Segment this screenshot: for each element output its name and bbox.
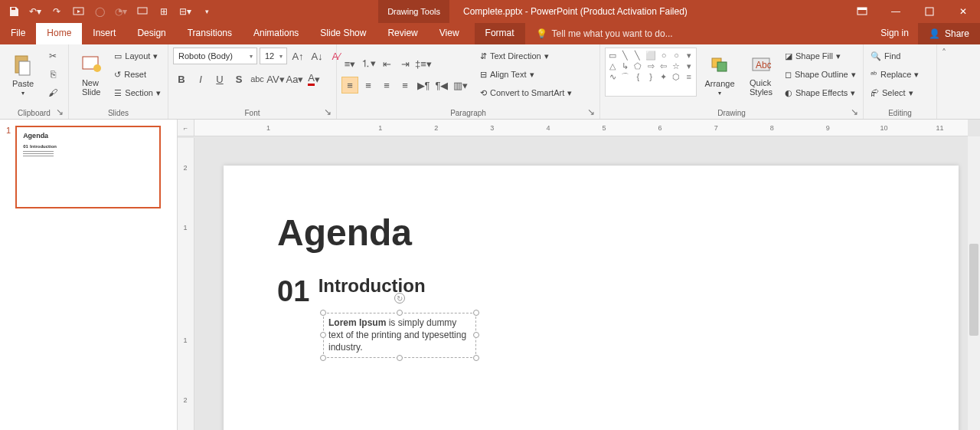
tab-design[interactable]: Design <box>126 23 176 44</box>
resize-handle[interactable] <box>473 332 479 338</box>
scrollbar-thumb[interactable] <box>969 244 978 336</box>
slide-thumbnail-preview[interactable]: Agenda 01 Introduction <box>15 126 161 208</box>
layout-button[interactable]: ▭ Layout▾ <box>112 48 160 64</box>
resize-handle[interactable] <box>473 355 479 361</box>
columns-button[interactable]: ▥▾ <box>452 77 469 94</box>
ltr-button[interactable]: ▶¶ <box>415 77 432 94</box>
slide-title-text[interactable]: Agenda <box>277 212 905 254</box>
rtl-button[interactable]: ¶◀ <box>433 77 450 94</box>
tab-home[interactable]: Home <box>36 23 82 44</box>
vertical-scrollbar[interactable] <box>968 136 980 430</box>
reset-button[interactable]: ↺ Reset <box>112 67 149 82</box>
start-from-beginning-icon[interactable] <box>69 2 87 21</box>
numbering-button[interactable]: ⒈▾ <box>360 55 377 72</box>
section-button[interactable]: ☰ Section▾ <box>112 85 163 100</box>
select-button[interactable]: ⮳ Select▾ <box>868 85 916 100</box>
shape-effects-button[interactable]: ◐ Shape Effects▾ <box>782 85 858 100</box>
resize-handle[interactable] <box>473 310 479 316</box>
slide-thumbnail[interactable]: 1 Agenda 01 Introduction <box>6 126 171 208</box>
tab-insert[interactable]: Insert <box>82 23 126 44</box>
font-size-select[interactable]: 12 <box>260 48 287 64</box>
decrease-indent-button[interactable]: ⇤ <box>378 55 395 72</box>
tab-review[interactable]: Review <box>377 23 428 44</box>
dialog-launcher-icon[interactable]: ↘ <box>851 107 860 116</box>
share-button[interactable]: 👤Share <box>918 23 980 44</box>
touch-mode-icon[interactable]: ◯ <box>90 2 109 21</box>
resize-handle[interactable] <box>320 355 326 361</box>
italic-button[interactable]: I <box>192 71 209 87</box>
dialog-launcher-icon[interactable]: ↘ <box>324 107 333 116</box>
maximize-icon[interactable] <box>913 0 946 23</box>
change-case-button[interactable]: Aa▾ <box>286 71 303 87</box>
minimize-icon[interactable]: — <box>879 0 913 23</box>
text-shadow-button[interactable]: S <box>230 71 247 87</box>
align-text-button[interactable]: ⊟ Align Text▾ <box>478 67 537 82</box>
title-bar: ↶▾ ↷ ◯ ◔▾ ⊞ ⊟▾ ▾ Drawing Tools Complete.… <box>0 0 980 23</box>
slide-canvas[interactable]: Agenda 01 Introduction ↻ Lorem Ipsum is … <box>224 166 959 430</box>
text-direction-button[interactable]: ⇵ Text Direction▾ <box>478 48 551 64</box>
resize-handle[interactable] <box>320 332 326 338</box>
cut-icon[interactable]: ✂ <box>44 48 61 64</box>
replace-button[interactable]: ᵃᵇ Replace ▾ <box>868 67 921 82</box>
dialog-launcher-icon[interactable]: ↘ <box>587 107 596 116</box>
rotation-handle-icon[interactable]: ↻ <box>394 293 405 304</box>
resize-handle[interactable] <box>320 310 326 316</box>
selected-text-box[interactable]: ↻ Lorem Ipsum is simply dummy text of th… <box>323 313 476 358</box>
justify-button[interactable]: ≡ <box>397 77 413 94</box>
arrange-button[interactable]: Arrange▾ <box>700 48 740 101</box>
slide-heading-text[interactable]: Introduction <box>318 275 426 297</box>
bullets-button[interactable]: ≡▾ <box>341 55 358 72</box>
convert-smartart-button[interactable]: ⟲ Convert to SmartArt▾ <box>478 85 574 100</box>
increase-indent-button[interactable]: ⇥ <box>397 55 413 72</box>
close-icon[interactable]: ✕ <box>946 0 980 23</box>
strikethrough-button[interactable]: abc <box>250 71 265 87</box>
tab-format[interactable]: Format <box>475 23 525 44</box>
tab-file[interactable]: File <box>0 23 36 44</box>
collapse-ribbon-icon[interactable]: ˄ <box>937 44 951 119</box>
paste-button[interactable]: Paste▾ <box>5 48 41 101</box>
qat-item-icon[interactable] <box>133 2 152 21</box>
slide-canvas-area: ⌐ 1 12 34 56 78 910 11 2112 Agenda 01 In… <box>178 120 980 430</box>
find-button[interactable]: 🔍 Find <box>868 48 903 64</box>
underline-button[interactable]: U <box>211 71 228 87</box>
tell-me-search[interactable]: 💡Tell me what you want to do... <box>525 23 872 44</box>
bold-button[interactable]: B <box>173 71 190 87</box>
save-icon[interactable] <box>5 2 23 21</box>
new-slide-button[interactable]: New Slide <box>74 48 109 101</box>
quick-styles-button[interactable]: Abc Quick Styles <box>743 48 779 101</box>
redo-icon[interactable]: ↷ <box>47 2 66 21</box>
group-label: Editing <box>868 107 932 119</box>
text-box-content[interactable]: Lorem Ipsum is simply dummy text of the … <box>323 313 476 358</box>
slide-number-text[interactable]: 01 <box>277 275 309 308</box>
tab-transitions[interactable]: Transitions <box>177 23 243 44</box>
tab-animations[interactable]: Animations <box>243 23 309 44</box>
font-color-button[interactable]: A▾ <box>305 71 322 87</box>
undo-icon[interactable]: ↶▾ <box>26 2 44 21</box>
align-right-button[interactable]: ≡ <box>378 77 395 94</box>
align-center-button[interactable]: ≡ <box>360 77 377 94</box>
shape-fill-button[interactable]: ◪ Shape Fill▾ <box>782 48 843 64</box>
group-label: Font <box>173 107 332 119</box>
font-family-select[interactable]: Roboto (Body) <box>173 48 257 64</box>
qat-item-icon[interactable]: ⊞ <box>155 2 173 21</box>
tab-view[interactable]: View <box>429 23 470 44</box>
customize-qat-icon[interactable]: ▾ <box>198 2 216 21</box>
decrease-font-icon[interactable]: A↓ <box>309 48 325 64</box>
character-spacing-button[interactable]: AV▾ <box>267 71 284 87</box>
resize-handle[interactable] <box>397 355 403 361</box>
sign-in-link[interactable]: Sign in <box>871 23 918 44</box>
qat-item-icon[interactable]: ◔▾ <box>112 2 130 21</box>
tab-slideshow[interactable]: Slide Show <box>309 23 377 44</box>
ribbon-display-options-icon[interactable] <box>845 0 879 23</box>
svg-rect-1 <box>138 8 147 14</box>
shape-outline-button[interactable]: ◻ Shape Outline▾ <box>782 67 858 82</box>
shapes-gallery[interactable]: ▭╲╲⬜○○▾ △↳⬠⇨⇦☆▾ ∿⌒{}✦⬡≡ <box>605 48 697 97</box>
align-left-button[interactable]: ≡ <box>341 77 358 94</box>
copy-icon[interactable]: ⎘ <box>44 67 61 82</box>
qat-item-icon[interactable]: ⊟▾ <box>176 2 194 21</box>
line-spacing-button[interactable]: ‡≡▾ <box>415 55 432 72</box>
resize-handle[interactable] <box>397 310 403 316</box>
dialog-launcher-icon[interactable]: ↘ <box>56 107 65 116</box>
increase-font-icon[interactable]: A↑ <box>289 48 306 64</box>
format-painter-icon[interactable]: 🖌 <box>44 85 61 100</box>
